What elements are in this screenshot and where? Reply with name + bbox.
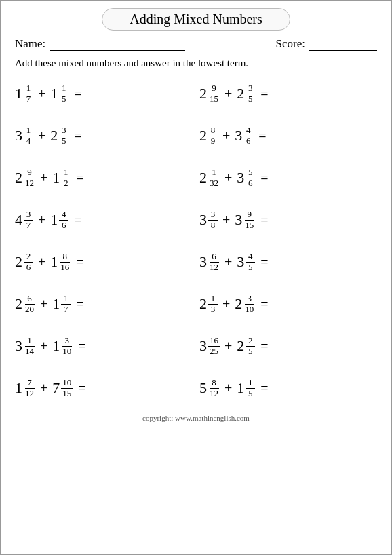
whole-number: 2 [15,254,22,269]
denominator: 7 [24,221,33,230]
plus-operator: + [38,86,45,102]
whole-number: 3 [235,212,242,227]
denominator: 20 [24,305,35,314]
mixed-number: 437 [15,210,33,230]
name-label: Name: [15,37,45,51]
numerator: 9 [25,168,35,178]
plus-operator: + [40,170,47,186]
page-title: Adding Mixed Numbers [102,8,290,31]
fraction: 15 [59,83,68,104]
whole-number: 1 [50,212,58,227]
mixed-number: 338 [199,210,218,230]
numerator: 1 [24,83,33,94]
fraction: 310 [243,294,255,314]
whole-number: 2 [199,170,207,185]
plus-operator: + [38,212,45,228]
denominator: 15 [61,389,73,398]
mixed-number: 146 [50,210,68,230]
mixed-number: 115 [237,378,255,398]
fraction: 25 [246,336,255,356]
fraction: 17 [24,83,33,104]
whole-number: 1 [50,254,58,269]
whole-number: 3 [199,254,207,269]
whole-number: 1 [237,381,244,396]
mixed-number: 3114 [15,336,35,356]
numerator: 3 [59,126,68,136]
numerator: 3 [246,83,255,94]
equals-sign: = [74,86,81,102]
mixed-number: 2915 [199,83,220,104]
problem: 1712+71015= [15,369,193,407]
whole-number: 1 [15,86,22,101]
mixed-number: 71015 [52,378,73,398]
numerator: 2 [246,336,255,346]
plus-operator: + [38,128,45,144]
fraction: 56 [246,168,255,188]
whole-number: 1 [52,170,60,185]
whole-number: 3 [199,212,207,227]
numerator: 9 [245,210,254,220]
fraction: 38 [208,210,218,230]
denominator: 12 [208,263,220,272]
mixed-number: 2132 [199,168,220,188]
fraction: 620 [24,294,35,314]
mixed-number: 1310 [52,336,73,356]
problem: 338+3915= [199,201,377,239]
problem: 3612+345= [199,243,377,281]
plus-operator: + [224,86,232,102]
mixed-number: 112 [52,168,71,188]
numerator: 6 [210,252,219,262]
denominator: 6 [59,221,68,230]
whole-number: 2 [199,128,207,143]
whole-number: 2 [199,86,207,101]
equals-sign: = [260,381,268,396]
whole-number: 7 [52,381,60,396]
name-input[interactable] [50,37,185,51]
numerator: 1 [210,168,219,178]
numerator: 8 [210,378,219,388]
equals-sign: = [78,381,85,396]
mixed-number: 31625 [199,336,220,356]
equals-sign: = [260,212,268,228]
fraction: 1015 [61,378,73,398]
denominator: 3 [208,305,218,314]
numerator: 1 [61,294,71,304]
numerator: 1 [25,336,35,346]
equals-sign: = [260,86,268,102]
mixed-number: 356 [237,168,255,188]
name-score-row: Name: Score: [15,37,377,51]
copyright: copyright: www.mathinenglish.com [15,414,377,426]
denominator: 25 [208,347,220,356]
whole-number: 2 [237,339,244,353]
fraction: 12 [61,168,71,188]
mixed-number: 346 [235,126,253,146]
equals-sign: = [74,128,81,144]
score-field-area: Score: [276,37,377,51]
equals-sign: = [260,170,268,186]
denominator: 2 [61,178,71,188]
fraction: 712 [24,378,35,398]
score-input[interactable] [309,37,377,51]
fraction: 45 [246,252,255,272]
problem: 289+346= [199,117,377,155]
mixed-number: 235 [237,83,255,104]
fraction: 915 [243,210,255,230]
numerator: 1 [246,378,255,388]
problem: 2915+235= [199,75,377,113]
fraction: 17 [61,294,71,314]
fraction: 915 [208,83,220,104]
whole-number: 3 [237,170,244,185]
equals-sign: = [76,254,83,270]
mixed-number: 226 [15,252,33,272]
mixed-number: 314 [15,126,33,146]
mixed-number: 345 [237,252,255,272]
numerator: 3 [24,210,33,220]
fraction: 812 [208,378,220,398]
denominator: 5 [246,347,255,356]
fraction: 26 [24,252,33,272]
numerator: 8 [60,252,70,262]
denominator: 10 [243,305,255,314]
equals-sign: = [74,212,81,228]
whole-number: 2 [15,170,22,185]
numerator: 16 [208,336,220,346]
